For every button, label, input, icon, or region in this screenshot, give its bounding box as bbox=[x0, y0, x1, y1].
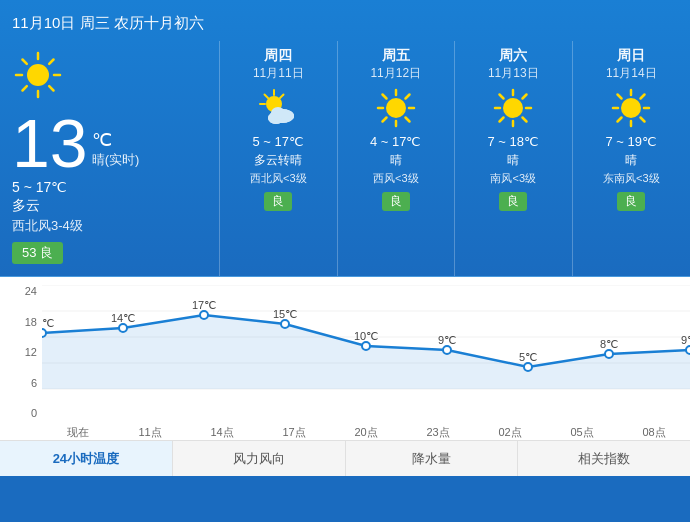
today-unit: ℃ bbox=[92, 129, 140, 151]
temperature-chart-svg: 13℃ 14℃ 17℃ 15℃ 10℃ 9℃ 5℃ 8℃ 9℃ bbox=[42, 285, 690, 415]
temp-label-1: 14℃ bbox=[111, 312, 135, 324]
forecast-aqi-2: 良 bbox=[499, 192, 527, 211]
svg-line-6 bbox=[49, 86, 53, 90]
x-label-0: 现在 bbox=[42, 425, 114, 440]
svg-line-28 bbox=[382, 118, 386, 122]
chart-x-labels: 现在 11点 14点 17点 20点 23点 02点 05点 08点 bbox=[0, 425, 690, 440]
forecast-range-0: 5 ~ 17℃ bbox=[228, 134, 329, 149]
chart-tabs: 24小时温度 风力风向 降水量 相关指数 bbox=[0, 440, 690, 476]
forecast-icon-0 bbox=[256, 86, 300, 130]
temp-label-8: 9℃ bbox=[681, 334, 690, 346]
svg-line-36 bbox=[523, 95, 527, 99]
forecast-cell-1: 周五 11月12日 4 ~ 17℃ 晴 bbox=[338, 41, 456, 276]
y-label-6: 6 bbox=[31, 377, 37, 389]
chart-y-axis: 24 18 12 6 0 bbox=[0, 277, 42, 425]
forecast-day-3: 周日 bbox=[581, 47, 683, 65]
weather-app: 11月10日 周三 农历十月初六 bbox=[0, 0, 690, 462]
weather-top-section: 11月10日 周三 农历十月初六 bbox=[0, 0, 690, 277]
today-cell: 13 ℃ 晴(实时) 5 ~ 17℃ 多云 西北风3-4级 53 良 bbox=[0, 41, 220, 276]
x-label-4: 20点 bbox=[330, 425, 402, 440]
svg-line-7 bbox=[49, 60, 53, 64]
svg-line-34 bbox=[500, 95, 504, 99]
forecast-aqi-0: 良 bbox=[264, 192, 292, 211]
forecast-aqi-1: 良 bbox=[382, 192, 410, 211]
svg-line-25 bbox=[382, 95, 386, 99]
header-date: 11月10日 周三 农历十月初六 bbox=[0, 10, 690, 41]
forecast-aqi-3: 良 bbox=[617, 192, 645, 211]
today-icon bbox=[12, 49, 207, 105]
x-label-7: 05点 bbox=[546, 425, 618, 440]
svg-line-37 bbox=[500, 118, 504, 122]
svg-point-38 bbox=[621, 98, 641, 118]
temp-label-0: 13℃ bbox=[42, 317, 54, 329]
svg-line-8 bbox=[23, 86, 27, 90]
forecast-icon-2 bbox=[491, 86, 535, 130]
forecast-date-2: 11月13日 bbox=[463, 65, 564, 82]
tab-wind[interactable]: 风力风向 bbox=[173, 441, 346, 476]
svg-line-46 bbox=[618, 118, 622, 122]
tab-24h-temp[interactable]: 24小时温度 bbox=[0, 441, 173, 476]
sun-icon bbox=[12, 49, 64, 101]
temp-label-6: 5℃ bbox=[519, 351, 537, 363]
data-point-8 bbox=[686, 346, 690, 354]
temp-label-3: 15℃ bbox=[273, 308, 297, 320]
x-label-2: 14点 bbox=[186, 425, 258, 440]
x-label-6: 02点 bbox=[474, 425, 546, 440]
x-label-3: 17点 bbox=[258, 425, 330, 440]
forecast-range-1: 4 ~ 17℃ bbox=[346, 134, 447, 149]
forecast-wind-3: 东南风<3级 bbox=[581, 171, 683, 186]
forecast-cell-2: 周六 11月13日 7 ~ 18℃ 晴 bbox=[455, 41, 573, 276]
forecast-condition-1: 晴 bbox=[346, 152, 447, 169]
forecast-condition-3: 晴 bbox=[581, 152, 683, 169]
svg-line-45 bbox=[641, 95, 645, 99]
tab-indices[interactable]: 相关指数 bbox=[518, 441, 690, 476]
chart-section: 24 18 12 6 0 bbox=[0, 277, 690, 462]
temp-label-7: 8℃ bbox=[600, 338, 618, 350]
today-wind: 西北风3-4级 bbox=[12, 217, 207, 235]
data-point-0 bbox=[42, 329, 46, 337]
sun-icon-2 bbox=[491, 86, 535, 130]
forecast-date-1: 11月12日 bbox=[346, 65, 447, 82]
svg-marker-52 bbox=[42, 315, 690, 389]
data-point-5 bbox=[443, 346, 451, 354]
forecast-day-2: 周六 bbox=[463, 47, 564, 65]
svg-line-26 bbox=[405, 118, 409, 122]
svg-line-35 bbox=[523, 118, 527, 122]
forecast-date-3: 11月14日 bbox=[581, 65, 683, 82]
x-label-8: 08点 bbox=[618, 425, 690, 440]
data-point-7 bbox=[605, 350, 613, 358]
forecast-day-1: 周五 bbox=[346, 47, 447, 65]
svg-line-44 bbox=[641, 118, 645, 122]
today-temperature: 13 bbox=[12, 109, 88, 177]
tab-precipitation[interactable]: 降水量 bbox=[346, 441, 519, 476]
y-label-24: 24 bbox=[25, 285, 37, 297]
forecast-range-3: 7 ~ 19℃ bbox=[581, 134, 683, 149]
svg-point-0 bbox=[27, 64, 49, 86]
svg-point-29 bbox=[503, 98, 523, 118]
chart-plot-area: 13℃ 14℃ 17℃ 15℃ 10℃ 9℃ 5℃ 8℃ 9℃ bbox=[42, 277, 690, 425]
forecast-condition-2: 晴 bbox=[463, 152, 564, 169]
forecast-date-0: 11月11日 bbox=[228, 65, 329, 82]
forecast-wind-2: 南风<3级 bbox=[463, 171, 564, 186]
today-range: 5 ~ 17℃ bbox=[12, 179, 207, 195]
y-label-12: 12 bbox=[25, 346, 37, 358]
svg-line-13 bbox=[265, 95, 269, 99]
temp-label-5: 9℃ bbox=[438, 334, 456, 346]
forecast-icon-1 bbox=[374, 86, 418, 130]
today-aqi-badge: 53 良 bbox=[12, 237, 207, 264]
svg-point-20 bbox=[386, 98, 406, 118]
svg-line-5 bbox=[23, 60, 27, 64]
svg-line-14 bbox=[280, 95, 284, 99]
data-point-2 bbox=[200, 311, 208, 319]
data-point-6 bbox=[524, 363, 532, 371]
partly-cloudy-icon bbox=[256, 86, 300, 130]
data-point-1 bbox=[119, 324, 127, 332]
temp-label-4: 10℃ bbox=[354, 330, 378, 342]
y-label-18: 18 bbox=[25, 316, 37, 328]
svg-point-19 bbox=[271, 107, 285, 119]
temp-label-2: 17℃ bbox=[192, 299, 216, 311]
forecast-wind-0: 西北风<3级 bbox=[228, 171, 329, 186]
forecast-range-2: 7 ~ 18℃ bbox=[463, 134, 564, 149]
chart-container: 24 18 12 6 0 bbox=[0, 277, 690, 425]
data-point-4 bbox=[362, 342, 370, 350]
